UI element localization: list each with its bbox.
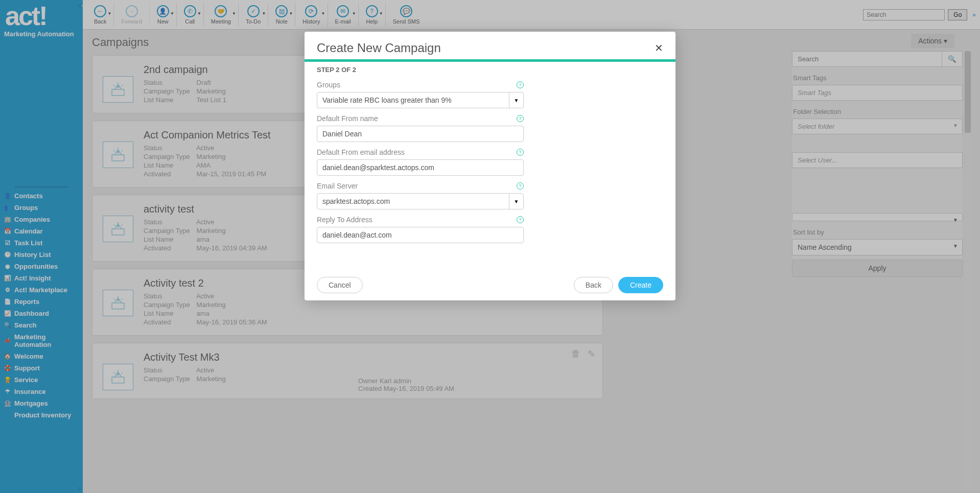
chevron-down-icon[interactable]: ▼ [509, 194, 523, 209]
create-button[interactable]: Create [618, 277, 663, 293]
from-name-input[interactable] [317, 126, 524, 142]
reply-to-input[interactable] [317, 227, 524, 243]
help-icon[interactable]: ? [517, 149, 524, 156]
modal-title: Create New Campaign [317, 41, 441, 55]
help-icon[interactable]: ? [517, 115, 524, 122]
chevron-down-icon[interactable]: ▼ [509, 92, 523, 108]
groups-select[interactable]: Variable rate RBC loans greater than 9%▼ [317, 92, 524, 108]
from-email-input[interactable] [317, 159, 524, 176]
help-icon[interactable]: ? [517, 182, 524, 190]
create-campaign-modal: Create New Campaign ✕ STEP 2 OF 2 Groups… [305, 32, 675, 300]
cancel-button[interactable]: Cancel [317, 277, 363, 293]
close-button[interactable]: ✕ [655, 42, 663, 54]
from-name-label: Default From name [317, 114, 378, 123]
email-server-label: Email Server [317, 182, 358, 190]
help-icon[interactable]: ? [517, 81, 524, 88]
from-email-label: Default From email address [317, 148, 405, 156]
help-icon[interactable]: ? [517, 216, 524, 223]
email-server-select[interactable]: sparktest.actops.com▼ [317, 193, 524, 209]
step-label: STEP 2 OF 2 [305, 62, 675, 81]
reply-to-label: Reply To Address [317, 216, 372, 224]
groups-label: Groups [317, 81, 340, 89]
back-button[interactable]: Back [574, 277, 613, 293]
